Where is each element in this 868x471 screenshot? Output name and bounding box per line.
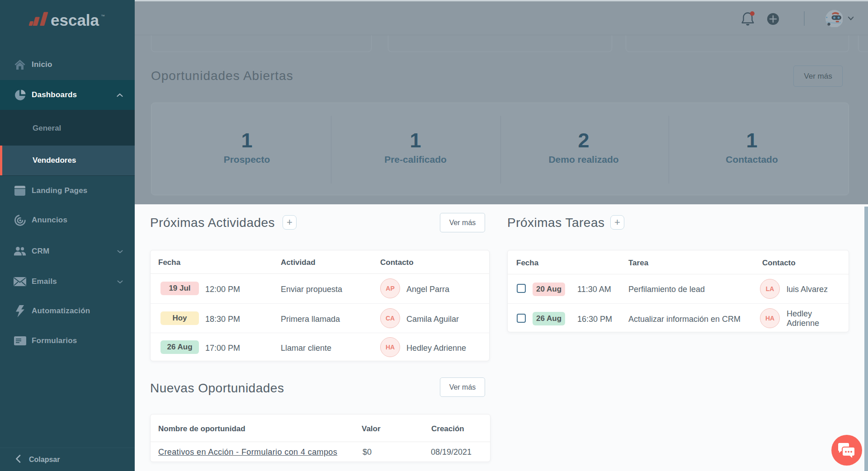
svg-text:™: ™ bbox=[101, 14, 105, 19]
svg-text:escala: escala bbox=[51, 11, 99, 28]
